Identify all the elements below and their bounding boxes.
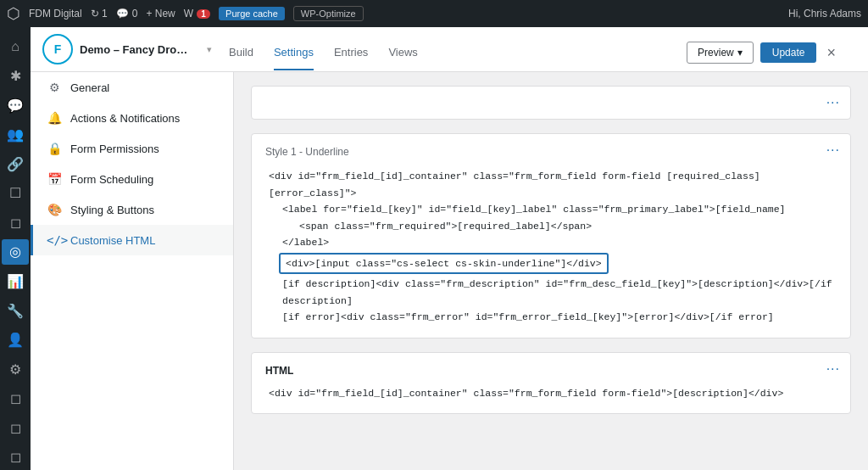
- main-content: ··· Style 1 - Underline ··· <div id="frm…: [234, 72, 868, 470]
- top-bar: F Demo – Fancy Dro… ▾ Build Settings Ent…: [31, 27, 868, 72]
- comments-count[interactable]: 💬 0: [116, 8, 138, 20]
- admin-bar: ⬡ FDM Digital ↻ 1 💬 0 + New W 1 Purge ca…: [0, 0, 868, 27]
- nav-item-general[interactable]: ⚙ General: [31, 72, 233, 103]
- sidebar-icon-extra2[interactable]: ◻: [2, 415, 29, 441]
- html-code-line-1: <div id="frm_field_[id]_container" class…: [265, 385, 837, 402]
- style1-title: Style 1 - Underline: [265, 146, 837, 158]
- sidebar-icon-tools[interactable]: 🔧: [2, 298, 29, 324]
- purge-cache-button[interactable]: Purge cache: [219, 7, 285, 20]
- tab-build[interactable]: Build: [229, 36, 253, 70]
- plugin-logo: F: [42, 34, 73, 64]
- code-line-4: </label>: [265, 234, 837, 251]
- updates-count[interactable]: ↻ 1: [91, 8, 108, 20]
- user-greeting: Hi, Chris Adams: [788, 8, 861, 20]
- bell-icon: 🔔: [47, 111, 62, 125]
- site-name[interactable]: FDM Digital: [29, 8, 82, 20]
- wp-logo-icon[interactable]: ⬡: [7, 4, 20, 23]
- nav-label-actions: Actions & Notifications: [70, 112, 220, 125]
- code-block-style1: <div id="frm_field_[id]_container" class…: [265, 168, 837, 326]
- sidebar-icon-profile[interactable]: 👤: [2, 327, 29, 353]
- wp-optimize-button[interactable]: WP-Optimize: [293, 6, 364, 21]
- tab-actions: Preview ▾ Update ×: [687, 42, 839, 64]
- nav-label-scheduling: Form Scheduling: [70, 173, 220, 186]
- style1-underline-section: Style 1 - Underline ··· <div id="frm_fie…: [251, 133, 851, 339]
- code-icon: </>: [47, 233, 62, 247]
- code-line-highlighted-wrapper: <div>[input class="cs-select cs-skin-und…: [265, 253, 837, 275]
- admin-bar-right: Hi, Chris Adams: [788, 8, 861, 20]
- nav-item-actions-notifications[interactable]: 🔔 Actions & Notifications: [31, 103, 233, 133]
- plugin-brand: F Demo – Fancy Dro… ▾: [42, 34, 212, 71]
- sidebar-icon-plugins[interactable]: ◎: [2, 239, 29, 266]
- sidebar-icon-pages[interactable]: ☐: [2, 181, 29, 207]
- tab-bar: Build Settings Entries Views Preview ▾ U…: [212, 36, 856, 70]
- sidebar-icon-users[interactable]: 👥: [2, 122, 29, 148]
- nav-item-customise-html[interactable]: </> Customise HTML: [31, 225, 233, 255]
- new-content[interactable]: + New: [146, 8, 175, 20]
- code-line-2: <label for="field_[key]" id="field_[key]…: [265, 201, 837, 218]
- calendar-icon: 📅: [47, 172, 62, 186]
- wp-icon-badge[interactable]: W 1: [184, 8, 210, 20]
- lock-icon: 🔒: [47, 142, 62, 155]
- sidebar-icon-extra3[interactable]: ◻: [2, 444, 29, 470]
- sidebar-icon-comments[interactable]: 💬: [2, 92, 29, 119]
- html-section: HTML ··· <div id="frm_field_[id]_contain…: [251, 352, 851, 415]
- sidebar-icon-posts[interactable]: ✱: [2, 64, 29, 90]
- nav-label-general: General: [70, 81, 220, 94]
- tab-entries[interactable]: Entries: [334, 36, 368, 70]
- nav-item-styling[interactable]: 🎨 Styling & Buttons: [31, 194, 233, 225]
- wp-admin-sidebar: ⌂ ✱ 💬 👥 🔗 ☐ ◻ ◎ 📊 🔧 👤 ⚙ ◻ ◻ ◻: [0, 27, 31, 470]
- nav-item-form-scheduling[interactable]: 📅 Form Scheduling: [31, 164, 233, 194]
- style1-section-dots[interactable]: ···: [826, 143, 840, 158]
- nav-label-permissions: Form Permissions: [70, 143, 220, 155]
- sidebar-icon-appearance[interactable]: ◻: [2, 210, 29, 236]
- code-line-3: <span class="frm_required">[required_lab…: [265, 218, 837, 235]
- top-code-section: ···: [251, 86, 851, 120]
- sidebar-icon-extra1[interactable]: ◻: [2, 385, 29, 411]
- sidebar-icon-links[interactable]: 🔗: [2, 151, 29, 177]
- code-line-7: [if error]<div class="frm_error" id="frm…: [265, 309, 837, 326]
- sidebar-icon-dashboard[interactable]: ⌂: [2, 34, 29, 60]
- wp-count-badge: 1: [197, 9, 210, 19]
- admin-bar-left: ⬡ FDM Digital ↻ 1 💬 0 + New W 1 Purge ca…: [7, 4, 364, 23]
- nav-label-customise-html: Customise HTML: [70, 234, 220, 247]
- top-section-dots[interactable]: ···: [826, 95, 840, 110]
- html-section-title: HTML: [265, 365, 837, 377]
- html-section-dots[interactable]: ···: [826, 361, 840, 377]
- code-line-6: [if description]<div class="frm_descript…: [265, 276, 837, 309]
- code-line-1: <div id="frm_field_[id]_container" class…: [265, 168, 837, 201]
- gear-icon: ⚙: [47, 81, 62, 94]
- palette-icon: 🎨: [47, 203, 62, 216]
- tab-settings[interactable]: Settings: [274, 36, 314, 70]
- nav-item-form-permissions[interactable]: 🔒 Form Permissions: [31, 133, 233, 164]
- sidebar-icon-settings[interactable]: ⚙: [2, 356, 29, 383]
- nav-label-styling: Styling & Buttons: [70, 204, 220, 216]
- code-line-5-highlighted: <div>[input class="cs-select cs-skin-und…: [279, 253, 609, 275]
- update-button[interactable]: Update: [760, 42, 817, 63]
- plugin-title: Demo – Fancy Dro…: [80, 43, 200, 56]
- content-wrapper: ⚙ General 🔔 Actions & Notifications 🔒 Fo…: [31, 72, 868, 470]
- tab-views[interactable]: Views: [388, 36, 417, 70]
- settings-nav: ⚙ General 🔔 Actions & Notifications 🔒 Fo…: [31, 72, 234, 470]
- code-block-html: <div id="frm_field_[id]_container" class…: [265, 385, 837, 402]
- sidebar-icon-analytics[interactable]: 📊: [2, 268, 29, 294]
- close-button[interactable]: ×: [823, 42, 839, 64]
- preview-button[interactable]: Preview ▾: [687, 42, 754, 64]
- app-container: ⌂ ✱ 💬 👥 🔗 ☐ ◻ ◎ 📊 🔧 👤 ⚙ ◻ ◻ ◻ F Demo – F…: [0, 27, 868, 470]
